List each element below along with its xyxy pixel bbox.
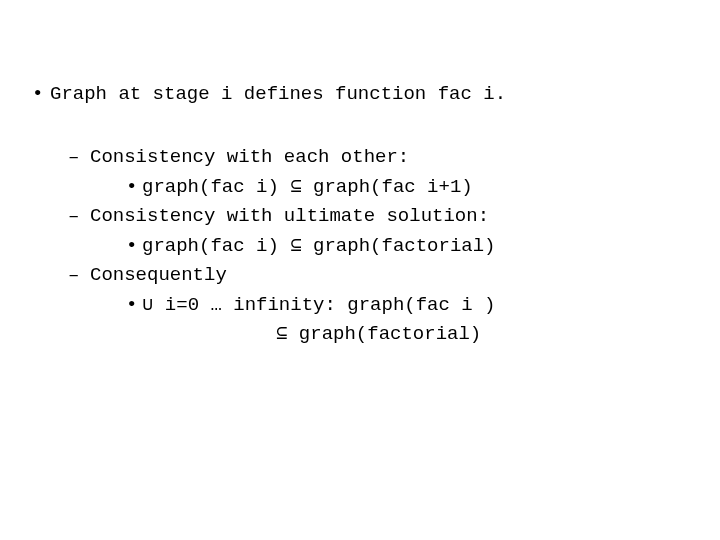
- dash-icon: –: [68, 202, 90, 231]
- sub-item-3-detail-line2: ⊆ graph(factorial): [68, 320, 700, 349]
- sub-item-3-detail: •∪ i=0 … infinity: graph(fac i ): [68, 291, 700, 320]
- sub-item-3-detail-text: ∪ i=0 … infinity: graph(fac i ): [142, 294, 496, 316]
- sub-item-2: –Consistency with ultimate solution:: [68, 202, 700, 231]
- sub-item-3-detail-text2: ⊆ graph(factorial): [276, 323, 481, 345]
- sub-item-2-detail-text: graph(fac i) ⊆ graph(factorial): [142, 235, 496, 257]
- slide-body: •Graph at stage i defines function fac i…: [0, 0, 720, 370]
- dot-icon: •: [126, 291, 142, 320]
- sub-item-1-detail: •graph(fac i) ⊆ graph(fac i+1): [68, 173, 700, 202]
- main-bullet-text: Graph at stage i defines function fac i.: [50, 83, 506, 105]
- sub-item-3: –Consequently: [68, 261, 700, 290]
- sub-item-2-label: Consistency with ultimate solution:: [90, 205, 489, 227]
- dot-icon: •: [126, 173, 142, 202]
- sub-item-2-detail: •graph(fac i) ⊆ graph(factorial): [68, 232, 700, 261]
- sub-item-1: –Consistency with each other:: [68, 143, 700, 172]
- sub-item-1-detail-text: graph(fac i) ⊆ graph(fac i+1): [142, 176, 473, 198]
- main-bullet-line: •Graph at stage i defines function fac i…: [20, 80, 700, 109]
- dash-icon: –: [68, 143, 90, 172]
- sub-item-3-label: Consequently: [90, 264, 227, 286]
- dash-icon: –: [68, 261, 90, 290]
- sub-list: –Consistency with each other: •graph(fac…: [20, 143, 700, 349]
- dot-icon: •: [126, 232, 142, 261]
- bullet-icon: •: [32, 80, 50, 109]
- sub-item-1-label: Consistency with each other:: [90, 146, 409, 168]
